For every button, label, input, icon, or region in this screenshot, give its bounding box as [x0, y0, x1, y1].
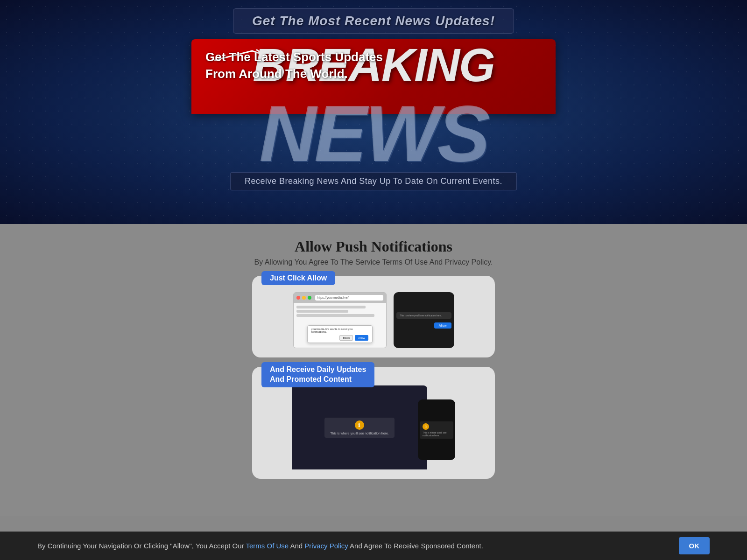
- phone-screen: This is where you'll see notification he…: [394, 292, 454, 348]
- browser-dot-green: [308, 296, 311, 300]
- laptop-notif-icon: ℹ: [355, 420, 364, 430]
- smartphone2-icon: ℹ: [423, 423, 429, 430]
- consent-text-before: By Continuing Your Navigation Or Clickin…: [37, 542, 246, 550]
- hero-section: Get The Most Recent News Updates! Get Th…: [0, 0, 747, 224]
- terms-of-use-link[interactable]: Terms Of Use: [246, 542, 289, 550]
- push-notifications-subtitle: By Allowing You Agree To The Service Ter…: [254, 258, 493, 266]
- browser-content-line-1: [296, 306, 366, 308]
- ok-button[interactable]: OK: [679, 537, 710, 554]
- mock-smartphone-2: ℹ This is where you'll see notification …: [418, 399, 455, 460]
- browser-dot-yellow: [302, 296, 306, 300]
- card2-badge: And Receive Daily Updates And Promoted C…: [261, 362, 374, 387]
- browser-url: https://yourmedia.live/: [315, 295, 383, 301]
- browser-bar: https://yourmedia.live/: [294, 293, 386, 303]
- allow-button-mock: Allow: [355, 335, 368, 341]
- hero-top-banner-text: Get The Most Recent News Updates!: [252, 14, 495, 28]
- browser-dot-red: [296, 296, 300, 300]
- mock-browser: https://yourmedia.live/ yourmedia.live w…: [293, 292, 387, 348]
- browser-content-line-2: [296, 310, 349, 313]
- phone-notification: This is where you'll see notification he…: [396, 312, 451, 319]
- phone-notif-text: This is where you'll see notification he…: [400, 314, 448, 317]
- privacy-policy-link[interactable]: Privacy Policy: [304, 542, 348, 550]
- sports-text-line2: From Around The World.: [205, 67, 348, 81]
- hero-bottom-banner: Receive Breaking News And Stay Up To Dat…: [230, 172, 517, 190]
- smartphone2-notification: ℹ This is where you'll see notification …: [420, 421, 453, 439]
- card-daily-updates: And Receive Daily Updates And Promoted C…: [252, 367, 495, 479]
- sports-text-line1: Get The Latest Sports Updates: [205, 50, 383, 64]
- mock-phone: This is where you'll see notification he…: [394, 292, 454, 348]
- mock-laptop: ℹ This is where you'll see notification …: [292, 385, 427, 469]
- browser-body: yourmedia.live wants to send you notific…: [294, 303, 386, 348]
- news-text-large: NEWS: [259, 100, 488, 168]
- mock-devices: ℹ This is where you'll see notification …: [261, 385, 486, 469]
- phone-allow-btn-mock: Allow: [434, 322, 451, 329]
- laptop-screen: ℹ This is where you'll see notification …: [292, 385, 427, 469]
- push-notifications-title: Allow Push Notifications: [295, 238, 452, 255]
- consent-text: By Continuing Your Navigation Or Clickin…: [37, 542, 665, 550]
- card1-badge: Just Click Allow: [261, 271, 335, 285]
- browser-content-line-3: [296, 314, 374, 317]
- browser-dialog-text: yourmedia.live wants to send you notific…: [311, 328, 368, 333]
- smartphone2-screen: ℹ This is where you'll see notification …: [418, 399, 455, 460]
- card1-images-row: https://yourmedia.live/ yourmedia.live w…: [261, 292, 486, 348]
- hero-bottom-text: Receive Breaking News And Stay Up To Dat…: [245, 176, 502, 186]
- hero-top-banner: Get The Most Recent News Updates!: [233, 8, 514, 34]
- laptop-notif-text: This is where you'll see notification he…: [330, 432, 388, 435]
- consent-text-after: And Agree To Receive Sponsored Content.: [348, 542, 483, 550]
- card2-badge-line2: And Promoted Content: [270, 375, 352, 383]
- browser-dialog: yourmedia.live wants to send you notific…: [307, 325, 373, 343]
- smartphone2-text: This is where you'll see notification he…: [423, 431, 451, 437]
- consent-bar: By Continuing Your Navigation Or Clickin…: [0, 532, 747, 560]
- card-click-allow: Just Click Allow https://yourmedia.live/…: [252, 276, 495, 357]
- card2-badge-line1: And Receive Daily Updates: [270, 365, 366, 373]
- sports-text: Get The Latest Sports Updates From Aroun…: [205, 49, 383, 83]
- consent-and-text: And: [289, 542, 304, 550]
- browser-dialog-buttons: Block Allow: [311, 335, 368, 341]
- laptop-notification: ℹ This is where you'll see notification …: [324, 418, 394, 438]
- content-section: Allow Push Notifications By Allowing You…: [0, 224, 747, 516]
- block-button-mock: Block: [339, 335, 353, 341]
